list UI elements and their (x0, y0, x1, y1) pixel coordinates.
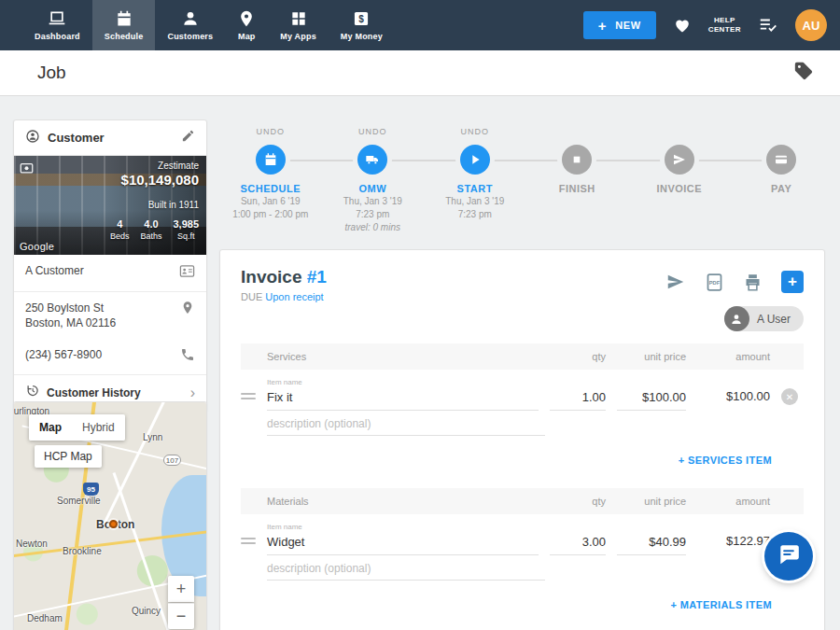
location-pin-icon[interactable] (180, 301, 195, 319)
customer-icon (25, 129, 40, 147)
service-qty-input[interactable] (550, 386, 606, 411)
nav-customers[interactable]: Customers (155, 0, 225, 50)
address-line1: 250 Boylston St (25, 301, 104, 315)
page-title: Job (37, 63, 66, 83)
address-line2: Boston, MA 02116 (25, 316, 116, 329)
chevron-right-icon: › (190, 387, 195, 399)
undo-omw-button[interactable]: UNDO (322, 127, 425, 140)
user-avatar[interactable]: AU (795, 9, 827, 41)
invoice-step-icon[interactable] (665, 145, 694, 175)
add-materials-item-link[interactable]: + MATERIALS ITEM (241, 599, 804, 610)
edit-customer-icon[interactable] (181, 129, 195, 147)
materials-section-label: Materials (267, 496, 539, 507)
step-date: Thu, Jan 3 '19 (322, 195, 425, 207)
map-label-lynn: Lynn (143, 432, 162, 442)
zestimate-value: $10,149,080 (121, 172, 199, 188)
zoom-out-button[interactable]: − (168, 603, 194, 629)
sqft-label: Sq.ft (173, 231, 199, 241)
step-schedule: UNDO SCHEDULE Sun, Jan 6 '19 1:00 pm - 2… (219, 127, 322, 233)
hybrid-view-button[interactable]: Hybrid (72, 414, 125, 441)
topnav-actions: + NEW HELP CENTER AU (583, 0, 840, 50)
undo-schedule-button[interactable]: UNDO (219, 127, 322, 140)
chat-bubble-button[interactable] (764, 532, 813, 581)
page-header: Job (0, 50, 840, 96)
drag-handle-icon[interactable] (241, 535, 256, 544)
send-icon[interactable] (665, 272, 686, 292)
pdf-icon[interactable]: PDF (705, 273, 724, 292)
assigned-user-name: A User (757, 313, 791, 326)
amount-column-header: amount (697, 496, 770, 507)
nav-label: Map (238, 32, 256, 41)
sqft-value: 3,985 (173, 218, 199, 230)
schedule-step-icon[interactable] (256, 145, 286, 175)
chat-icon (777, 542, 801, 570)
add-invoice-item-button[interactable]: + (781, 271, 804, 293)
undo-spacer (731, 127, 833, 140)
new-button[interactable]: + NEW (583, 11, 656, 39)
phone-icon[interactable] (180, 347, 195, 366)
undo-start-button[interactable]: UNDO (424, 127, 526, 140)
invoice-title: Invoice #1 (241, 267, 327, 287)
service-unit-price-input[interactable] (617, 386, 686, 411)
help-center-line2: CENTER (708, 25, 741, 35)
customer-card-header: Customer (14, 120, 206, 156)
customer-name-row: A Customer (14, 255, 206, 291)
plus-icon: + (598, 19, 607, 33)
job-progress-stepper: UNDO SCHEDULE Sun, Jan 6 '19 1:00 pm - 2… (219, 127, 833, 245)
assigned-user-chip[interactable]: A User (724, 306, 804, 331)
drag-handle-icon[interactable] (241, 390, 256, 399)
material-amount: $122.97 (697, 534, 770, 555)
item-name-label: Item name (267, 378, 539, 386)
nav-my-money[interactable]: $ My Money (329, 0, 395, 50)
material-unit-price-input[interactable] (617, 531, 686, 555)
assigned-user-row: A User (241, 306, 804, 331)
nav-my-apps[interactable]: My Apps (268, 0, 329, 50)
material-description-input[interactable] (267, 559, 545, 581)
add-services-item-link[interactable]: + SERVICES ITEM (241, 455, 804, 466)
step-label: START (424, 183, 526, 194)
customer-phone: (234) 567-8900 (25, 347, 102, 362)
new-button-label: NEW (615, 20, 640, 31)
map-view-button[interactable]: Map (29, 414, 72, 441)
print-icon[interactable] (743, 273, 763, 292)
material-item-name-input[interactable] (267, 531, 539, 555)
mini-map-card: Burlington Lynn Somerville Boston Newton… (13, 401, 207, 630)
zoom-in-button[interactable]: + (168, 576, 194, 602)
material-qty-input[interactable] (550, 531, 606, 555)
step-date: Sun, Jan 6 '19 (219, 195, 322, 207)
heart-icon[interactable] (673, 16, 692, 35)
job-tags-icon[interactable] (793, 61, 814, 85)
step-label: PAY (731, 183, 833, 194)
item-name-cell: Item name (267, 523, 539, 555)
nav-schedule[interactable]: Schedule (92, 0, 156, 50)
material-item-row: Item name $122.97 ✕ (241, 523, 804, 555)
pay-step-icon[interactable] (766, 145, 796, 175)
service-description-input[interactable] (267, 414, 545, 436)
qty-column-header: qty (550, 351, 606, 362)
job-location-marker[interactable] (109, 520, 118, 528)
due-value-link[interactable]: Upon receipt (265, 291, 323, 302)
property-photo[interactable]: Zestimate $10,149,080 Built in 1911 4Bed… (14, 156, 206, 255)
omw-step-icon[interactable] (357, 145, 387, 175)
checklist-icon[interactable] (758, 15, 778, 35)
nav-map[interactable]: Map (225, 0, 268, 50)
nav-dashboard[interactable]: Dashboard (22, 0, 92, 50)
help-center-link[interactable]: HELP CENTER (708, 16, 741, 35)
map-type-toggle: Map Hybrid (29, 414, 125, 441)
step-label: INVOICE (628, 183, 731, 194)
step-time: 1:00 pm - 2:00 pm (219, 208, 322, 220)
nav-label: My Apps (280, 32, 316, 41)
contact-card-icon[interactable] (179, 263, 195, 283)
service-amount: $100.00 (697, 389, 770, 411)
step-time: 7:23 pm (322, 208, 425, 220)
unit-price-column-header: unit price (617, 351, 686, 362)
service-item-name-input[interactable] (267, 386, 539, 411)
step-label: SCHEDULE (219, 183, 322, 194)
start-step-icon[interactable] (460, 145, 490, 175)
dashboard-icon (48, 9, 66, 28)
finish-step-icon[interactable] (562, 145, 592, 175)
hcp-map-button[interactable]: HCP Map (35, 445, 102, 468)
invoice-number[interactable]: #1 (307, 267, 327, 287)
step-date: Thu, Jan 3 '19 (424, 195, 526, 207)
remove-service-item-icon[interactable]: ✕ (781, 388, 798, 405)
